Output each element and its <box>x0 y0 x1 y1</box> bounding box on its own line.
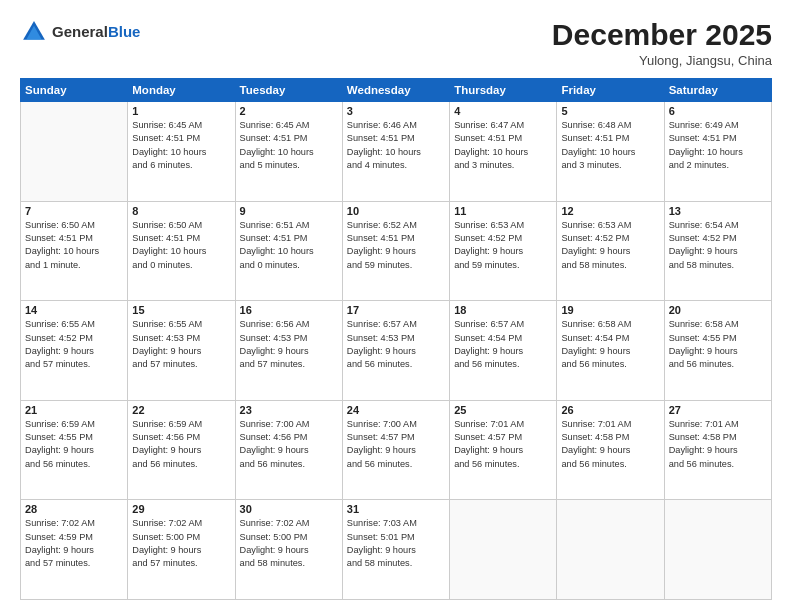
day-number: 15 <box>132 304 230 316</box>
day-number: 11 <box>454 205 552 217</box>
day-cell: 10Sunrise: 6:52 AM Sunset: 4:51 PM Dayli… <box>342 201 449 301</box>
day-cell: 2Sunrise: 6:45 AM Sunset: 4:51 PM Daylig… <box>235 102 342 202</box>
day-number: 17 <box>347 304 445 316</box>
day-number: 20 <box>669 304 767 316</box>
day-number: 28 <box>25 503 123 515</box>
day-info: Sunrise: 6:47 AM Sunset: 4:51 PM Dayligh… <box>454 119 552 172</box>
day-cell: 7Sunrise: 6:50 AM Sunset: 4:51 PM Daylig… <box>21 201 128 301</box>
day-cell: 16Sunrise: 6:56 AM Sunset: 4:53 PM Dayli… <box>235 301 342 401</box>
day-number: 22 <box>132 404 230 416</box>
day-info: Sunrise: 7:00 AM Sunset: 4:56 PM Dayligh… <box>240 418 338 471</box>
logo-general: General <box>52 24 108 41</box>
day-cell: 11Sunrise: 6:53 AM Sunset: 4:52 PM Dayli… <box>450 201 557 301</box>
day-number: 19 <box>561 304 659 316</box>
day-cell: 27Sunrise: 7:01 AM Sunset: 4:58 PM Dayli… <box>664 400 771 500</box>
calendar-header: SundayMondayTuesdayWednesdayThursdayFrid… <box>21 79 772 102</box>
day-info: Sunrise: 6:59 AM Sunset: 4:55 PM Dayligh… <box>25 418 123 471</box>
column-header-sunday: Sunday <box>21 79 128 102</box>
day-number: 16 <box>240 304 338 316</box>
logo-icon <box>20 18 48 46</box>
column-header-friday: Friday <box>557 79 664 102</box>
day-number: 26 <box>561 404 659 416</box>
day-cell: 13Sunrise: 6:54 AM Sunset: 4:52 PM Dayli… <box>664 201 771 301</box>
day-cell: 1Sunrise: 6:45 AM Sunset: 4:51 PM Daylig… <box>128 102 235 202</box>
day-cell: 17Sunrise: 6:57 AM Sunset: 4:53 PM Dayli… <box>342 301 449 401</box>
day-info: Sunrise: 6:45 AM Sunset: 4:51 PM Dayligh… <box>240 119 338 172</box>
day-number: 2 <box>240 105 338 117</box>
day-info: Sunrise: 6:55 AM Sunset: 4:53 PM Dayligh… <box>132 318 230 371</box>
day-number: 8 <box>132 205 230 217</box>
column-header-saturday: Saturday <box>664 79 771 102</box>
day-cell <box>21 102 128 202</box>
day-number: 12 <box>561 205 659 217</box>
logo: GeneralBlue <box>20 18 140 46</box>
day-cell: 18Sunrise: 6:57 AM Sunset: 4:54 PM Dayli… <box>450 301 557 401</box>
day-cell: 5Sunrise: 6:48 AM Sunset: 4:51 PM Daylig… <box>557 102 664 202</box>
column-header-thursday: Thursday <box>450 79 557 102</box>
day-cell: 31Sunrise: 7:03 AM Sunset: 5:01 PM Dayli… <box>342 500 449 600</box>
day-number: 9 <box>240 205 338 217</box>
day-number: 14 <box>25 304 123 316</box>
day-info: Sunrise: 6:51 AM Sunset: 4:51 PM Dayligh… <box>240 219 338 272</box>
day-info: Sunrise: 6:46 AM Sunset: 4:51 PM Dayligh… <box>347 119 445 172</box>
day-number: 10 <box>347 205 445 217</box>
week-row-0: 1Sunrise: 6:45 AM Sunset: 4:51 PM Daylig… <box>21 102 772 202</box>
day-info: Sunrise: 7:02 AM Sunset: 4:59 PM Dayligh… <box>25 517 123 570</box>
day-info: Sunrise: 7:01 AM Sunset: 4:57 PM Dayligh… <box>454 418 552 471</box>
day-number: 25 <box>454 404 552 416</box>
calendar-table: SundayMondayTuesdayWednesdayThursdayFrid… <box>20 78 772 600</box>
day-info: Sunrise: 6:54 AM Sunset: 4:52 PM Dayligh… <box>669 219 767 272</box>
logo-blue: Blue <box>108 24 141 41</box>
day-info: Sunrise: 6:49 AM Sunset: 4:51 PM Dayligh… <box>669 119 767 172</box>
day-info: Sunrise: 7:03 AM Sunset: 5:01 PM Dayligh… <box>347 517 445 570</box>
day-cell: 25Sunrise: 7:01 AM Sunset: 4:57 PM Dayli… <box>450 400 557 500</box>
day-number: 13 <box>669 205 767 217</box>
day-number: 7 <box>25 205 123 217</box>
day-info: Sunrise: 7:02 AM Sunset: 5:00 PM Dayligh… <box>132 517 230 570</box>
month-title: December 2025 <box>552 18 772 51</box>
day-info: Sunrise: 6:58 AM Sunset: 4:55 PM Dayligh… <box>669 318 767 371</box>
day-info: Sunrise: 6:58 AM Sunset: 4:54 PM Dayligh… <box>561 318 659 371</box>
location: Yulong, Jiangsu, China <box>552 53 772 68</box>
day-cell: 3Sunrise: 6:46 AM Sunset: 4:51 PM Daylig… <box>342 102 449 202</box>
day-cell: 24Sunrise: 7:00 AM Sunset: 4:57 PM Dayli… <box>342 400 449 500</box>
logo-text: GeneralBlue <box>52 24 140 41</box>
page: GeneralBlue December 2025 Yulong, Jiangs… <box>0 0 792 612</box>
day-info: Sunrise: 6:57 AM Sunset: 4:53 PM Dayligh… <box>347 318 445 371</box>
day-number: 24 <box>347 404 445 416</box>
day-number: 27 <box>669 404 767 416</box>
calendar-body: 1Sunrise: 6:45 AM Sunset: 4:51 PM Daylig… <box>21 102 772 600</box>
header: GeneralBlue December 2025 Yulong, Jiangs… <box>20 18 772 68</box>
day-info: Sunrise: 6:45 AM Sunset: 4:51 PM Dayligh… <box>132 119 230 172</box>
week-row-3: 21Sunrise: 6:59 AM Sunset: 4:55 PM Dayli… <box>21 400 772 500</box>
day-number: 21 <box>25 404 123 416</box>
day-cell: 12Sunrise: 6:53 AM Sunset: 4:52 PM Dayli… <box>557 201 664 301</box>
day-number: 6 <box>669 105 767 117</box>
day-cell: 22Sunrise: 6:59 AM Sunset: 4:56 PM Dayli… <box>128 400 235 500</box>
day-cell: 4Sunrise: 6:47 AM Sunset: 4:51 PM Daylig… <box>450 102 557 202</box>
day-number: 4 <box>454 105 552 117</box>
day-cell: 23Sunrise: 7:00 AM Sunset: 4:56 PM Dayli… <box>235 400 342 500</box>
week-row-2: 14Sunrise: 6:55 AM Sunset: 4:52 PM Dayli… <box>21 301 772 401</box>
day-cell <box>664 500 771 600</box>
week-row-4: 28Sunrise: 7:02 AM Sunset: 4:59 PM Dayli… <box>21 500 772 600</box>
day-info: Sunrise: 6:50 AM Sunset: 4:51 PM Dayligh… <box>132 219 230 272</box>
column-header-tuesday: Tuesday <box>235 79 342 102</box>
day-cell: 30Sunrise: 7:02 AM Sunset: 5:00 PM Dayli… <box>235 500 342 600</box>
day-info: Sunrise: 6:48 AM Sunset: 4:51 PM Dayligh… <box>561 119 659 172</box>
day-cell: 14Sunrise: 6:55 AM Sunset: 4:52 PM Dayli… <box>21 301 128 401</box>
column-header-monday: Monday <box>128 79 235 102</box>
day-cell: 21Sunrise: 6:59 AM Sunset: 4:55 PM Dayli… <box>21 400 128 500</box>
day-info: Sunrise: 7:01 AM Sunset: 4:58 PM Dayligh… <box>669 418 767 471</box>
day-number: 31 <box>347 503 445 515</box>
header-row: SundayMondayTuesdayWednesdayThursdayFrid… <box>21 79 772 102</box>
column-header-wednesday: Wednesday <box>342 79 449 102</box>
day-number: 18 <box>454 304 552 316</box>
day-info: Sunrise: 6:57 AM Sunset: 4:54 PM Dayligh… <box>454 318 552 371</box>
day-cell: 20Sunrise: 6:58 AM Sunset: 4:55 PM Dayli… <box>664 301 771 401</box>
day-info: Sunrise: 6:53 AM Sunset: 4:52 PM Dayligh… <box>561 219 659 272</box>
day-cell: 6Sunrise: 6:49 AM Sunset: 4:51 PM Daylig… <box>664 102 771 202</box>
day-number: 5 <box>561 105 659 117</box>
day-cell <box>450 500 557 600</box>
day-number: 30 <box>240 503 338 515</box>
